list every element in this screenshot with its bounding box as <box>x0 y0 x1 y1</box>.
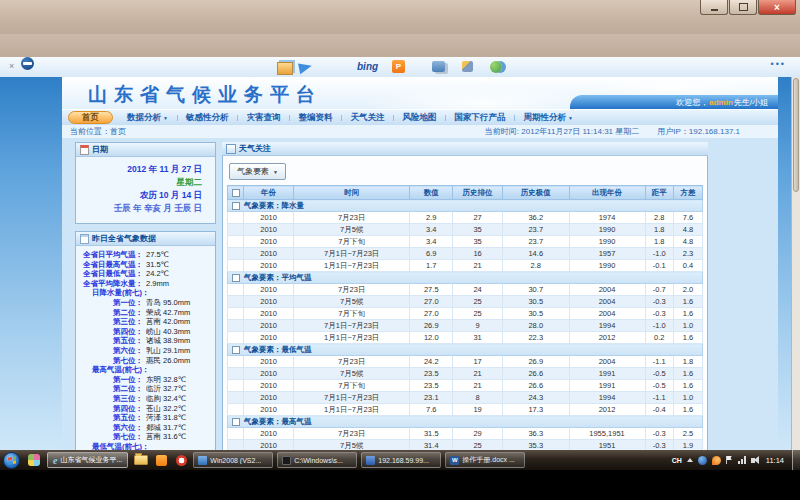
more-options-icon[interactable]: ••• <box>771 59 786 69</box>
explorer-folder-icon[interactable] <box>133 452 149 468</box>
table-cell: 1955,1951 <box>569 428 645 440</box>
table-row[interactable]: 20101月1日~7月23日7.61917.32012-0.41.6 <box>228 404 703 416</box>
column-header[interactable]: 历史极值 <box>503 186 570 200</box>
table-cell: 2010 <box>244 356 294 368</box>
table-row[interactable]: 20101月1日~7月23日12.03122.320120.21.6 <box>228 332 703 344</box>
pinned-app-icon[interactable] <box>28 454 40 466</box>
table-row[interactable]: 20101月1日~7月23日1.7212.81990-0.10.4 <box>228 260 703 272</box>
maximize-button[interactable] <box>729 0 757 15</box>
panel-grid-icon <box>226 144 236 154</box>
toolbar-close-icon[interactable]: × <box>9 61 14 71</box>
column-header[interactable]: 数值 <box>410 186 453 200</box>
table-row[interactable]: 20107月23日2.92736.219742.87.6 <box>228 212 703 224</box>
weather-element-button[interactable]: 气象要素 ▼ <box>229 163 286 180</box>
nav-item-5[interactable]: 天气关注 <box>341 112 393 124</box>
nav-item-3[interactable]: 灾害查询 <box>237 112 289 124</box>
group-header-row[interactable]: 气象要素：最低气温 <box>228 344 703 356</box>
table-cell: 1.9 <box>674 440 703 451</box>
minimize-button[interactable] <box>700 0 728 15</box>
tray-app-icon[interactable] <box>698 456 707 465</box>
row-select-cell <box>228 236 244 248</box>
nav-item-label: 天气关注 <box>350 112 384 124</box>
checkbox[interactable] <box>232 346 240 354</box>
table-cell: 1月1日~7月23日 <box>294 404 410 416</box>
orange-app-icon[interactable] <box>153 452 169 468</box>
group-header-row[interactable]: 气象要素：降水量 <box>228 200 703 212</box>
select-all-header[interactable] <box>228 186 244 200</box>
breadcrumb: 当前位置：首页 <box>70 126 126 137</box>
taskbar-window-3[interactable]: 操作手册.docx ... <box>445 452 525 468</box>
media-player-icon[interactable] <box>173 452 189 468</box>
action-center-flag-icon[interactable] <box>726 456 733 464</box>
active-window-button[interactable]: e 山东省气候业务平... <box>47 452 128 468</box>
main-nav: 首页数据分析▼敏感性分析灾害查询整编资料天气关注风险地图国家下行产品周期性分析▼ <box>62 109 778 125</box>
table-row[interactable]: 20107月1日~7月23日6.91614.61957-1.02.3 <box>228 248 703 260</box>
table-row[interactable]: 20107月下旬3.43523.719901.84.8 <box>228 236 703 248</box>
column-header[interactable]: 历史排位 <box>453 186 503 200</box>
table-cell: -1.1 <box>645 356 674 368</box>
table-row[interactable]: 20107月5候27.02530.52004-0.31.6 <box>228 296 703 308</box>
group-header-row[interactable]: 气象要素：最高气温 <box>228 416 703 428</box>
group-header-row[interactable]: 气象要素：平均气温 <box>228 272 703 284</box>
table-row[interactable]: 20107月下旬27.02530.52004-0.31.6 <box>228 308 703 320</box>
yesterday-body: 全省日平均气温：27.5℃全省日最高气温：31.5℃全省日最低气温：24.2℃全… <box>76 246 215 450</box>
column-header[interactable]: 方差 <box>674 186 703 200</box>
vertical-scrollbar[interactable] <box>791 77 800 450</box>
taskbar-window-2[interactable]: 192.168.59.99... <box>361 452 441 468</box>
volume-icon[interactable] <box>751 458 755 463</box>
table-cell: 4.8 <box>674 236 703 248</box>
column-header[interactable]: 时间 <box>294 186 410 200</box>
table-row[interactable]: 20107月5候3.43523.719901.84.8 <box>228 224 703 236</box>
nav-item-8[interactable]: 周期性分析▼ <box>514 112 581 124</box>
checkbox[interactable] <box>232 189 240 197</box>
table-row[interactable]: 20107月下旬23.52126.61991-0.51.6 <box>228 380 703 392</box>
close-button[interactable]: × <box>758 0 796 15</box>
column-header[interactable]: 距平 <box>645 186 674 200</box>
checkbox[interactable] <box>232 202 240 210</box>
network-icon[interactable] <box>738 456 746 464</box>
row-select-cell <box>228 212 244 224</box>
table-row[interactable]: 20107月1日~7月23日23.1824.31994-1.11.0 <box>228 392 703 404</box>
taskbar-window-0[interactable]: Win2008 (VS2... <box>193 452 273 468</box>
start-button[interactable] <box>3 452 20 469</box>
bing-logo[interactable]: bing <box>357 61 378 72</box>
send-mail-icon[interactable] <box>298 61 313 74</box>
hidden-icons-arrow[interactable] <box>687 458 693 462</box>
table-row[interactable]: 20107月23日31.52936.31955,1951-0.32.5 <box>228 428 703 440</box>
checkbox[interactable] <box>232 274 240 282</box>
scrollbar-thumb[interactable] <box>793 78 799 192</box>
toolbar-logo-icon[interactable] <box>21 57 34 70</box>
taskbar-clock[interactable]: 11:14 <box>766 456 784 465</box>
show-desktop-button[interactable] <box>792 450 800 470</box>
table-row[interactable]: 20107月5候31.42535.31951-0.31.9 <box>228 440 703 451</box>
stat-value: 东明 32.8℃ <box>143 375 186 385</box>
tray-fox-icon[interactable] <box>712 456 721 465</box>
table-cell: 21 <box>453 260 503 272</box>
checkbox[interactable] <box>232 418 240 426</box>
nav-item-0[interactable]: 首页 <box>68 111 113 124</box>
table-cell: 22.3 <box>503 332 570 344</box>
nav-item-4[interactable]: 整编资料 <box>289 112 341 124</box>
nav-item-1[interactable]: 数据分析▼ <box>118 112 177 124</box>
promo-icon[interactable]: P <box>392 60 405 73</box>
nav-item-7[interactable]: 国家下行产品 <box>445 112 514 124</box>
language-indicator[interactable]: CH <box>672 457 682 464</box>
table-row[interactable]: 20107月23日24.21726.92004-1.11.8 <box>228 356 703 368</box>
stat-value: 31.5℃ <box>143 260 169 270</box>
photos-icon[interactable] <box>277 62 293 75</box>
table-row[interactable]: 20107月23日27.52430.72004-0.72.0 <box>228 284 703 296</box>
table-row[interactable]: 20107月1日~7月23日26.9928.01994-1.01.0 <box>228 320 703 332</box>
table-cell: 14.6 <box>503 248 570 260</box>
stat-row: 全省日最高气温：31.5℃ <box>79 260 213 270</box>
nav-item-6[interactable]: 风险地图 <box>393 112 445 124</box>
nav-item-2[interactable]: 敏感性分析 <box>177 112 238 124</box>
stat-label: 全省日平均气温： <box>79 250 143 260</box>
taskbar-window-1[interactable]: C:\Windows\s... <box>277 452 357 468</box>
media-toolbar-icon[interactable] <box>432 61 445 72</box>
section-title: 最高气温(前七)： <box>79 365 213 375</box>
column-header[interactable]: 出现年份 <box>569 186 645 200</box>
tools-toolbar-icon[interactable] <box>462 61 473 72</box>
table-row[interactable]: 20107月5候23.52126.61991-0.51.6 <box>228 368 703 380</box>
column-header[interactable]: 年份 <box>244 186 294 200</box>
people-toolbar-icon[interactable] <box>490 61 502 73</box>
